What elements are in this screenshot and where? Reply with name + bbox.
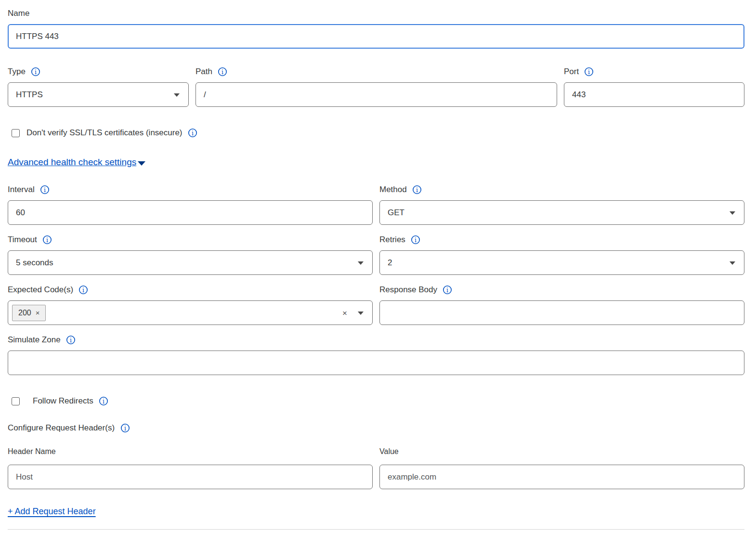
field-timeout: Timeout i 5 seconds <box>8 235 373 275</box>
simulate-zone-label: Simulate Zone <box>8 335 61 345</box>
retries-select[interactable]: 2 <box>379 250 744 275</box>
insecure-checkbox-row: Don't verify SSL/TLS certificates (insec… <box>8 128 744 138</box>
chevron-down-icon <box>730 261 735 265</box>
svg-text:i: i <box>416 186 418 194</box>
follow-redirects-checkbox[interactable] <box>12 397 20 405</box>
clear-all-icon[interactable]: × <box>342 309 347 317</box>
advanced-settings-link[interactable]: Advanced health check settings <box>8 157 145 168</box>
info-icon[interactable]: i <box>120 423 130 433</box>
retries-select-value: 2 <box>388 258 392 268</box>
expected-codes-multiselect[interactable]: 200 × × <box>8 300 373 325</box>
name-label: Name <box>8 9 29 18</box>
simulate-zone-input[interactable] <box>8 351 744 375</box>
follow-redirects-row: Follow Redirects i <box>8 396 744 406</box>
field-header-name: Header Name <box>8 447 373 489</box>
request-headers-section-title: Configure Request Header(s) i <box>8 423 744 433</box>
svg-text:i: i <box>222 68 223 76</box>
svg-text:i: i <box>103 398 104 405</box>
chevron-down-icon <box>138 161 145 166</box>
insecure-checkbox-label: Don't verify SSL/TLS certificates (insec… <box>26 128 182 138</box>
type-path-port-row: Type i HTTPS Path i Port i <box>8 67 744 107</box>
field-header-value: Value <box>379 447 744 489</box>
interval-input[interactable] <box>8 200 373 225</box>
svg-text:i: i <box>192 130 194 137</box>
interval-method-row: Interval i Method i GET <box>8 185 744 225</box>
response-body-label: Response Body <box>379 285 437 295</box>
svg-text:i: i <box>46 236 48 244</box>
header-value-column-label: Value <box>379 447 744 456</box>
svg-text:i: i <box>82 286 84 294</box>
port-input[interactable] <box>564 82 744 107</box>
section-divider <box>8 529 744 530</box>
method-label: Method <box>379 185 407 195</box>
header-value-input[interactable] <box>379 465 744 489</box>
codes-body-row: Expected Code(s) i 200 × × Response Body… <box>8 285 744 325</box>
field-retries: Retries i 2 <box>379 235 744 275</box>
insecure-checkbox[interactable] <box>12 129 20 137</box>
advanced-settings-link-label: Advanced health check settings <box>8 157 136 168</box>
info-icon[interactable]: i <box>411 235 420 245</box>
info-icon[interactable]: i <box>66 335 76 345</box>
info-icon[interactable]: i <box>218 67 227 77</box>
expected-code-tag-label: 200 <box>18 309 31 317</box>
field-path: Path i <box>196 67 557 107</box>
timeout-retries-row: Timeout i 5 seconds Retries i 2 <box>8 235 744 275</box>
path-input[interactable] <box>196 82 557 107</box>
svg-text:i: i <box>446 286 448 294</box>
chevron-down-icon <box>174 93 180 97</box>
retries-label: Retries <box>379 235 405 245</box>
svg-text:i: i <box>70 337 72 344</box>
field-name: Name <box>8 9 744 49</box>
info-icon[interactable]: i <box>188 128 197 138</box>
method-select[interactable]: GET <box>379 200 744 225</box>
add-request-header-link[interactable]: + Add Request Header <box>8 507 96 517</box>
remove-tag-icon[interactable]: × <box>36 309 40 316</box>
request-headers-title: Configure Request Header(s) <box>8 423 115 433</box>
svg-text:i: i <box>44 186 46 194</box>
interval-label: Interval <box>8 185 35 195</box>
response-body-input[interactable] <box>379 300 744 325</box>
timeout-select-value: 5 seconds <box>16 258 53 268</box>
path-label: Path <box>196 67 212 77</box>
name-input[interactable] <box>8 24 744 49</box>
method-select-value: GET <box>388 208 404 218</box>
info-icon[interactable]: i <box>78 285 88 295</box>
chevron-down-icon[interactable] <box>358 312 364 315</box>
svg-text:i: i <box>35 68 37 76</box>
type-label: Type <box>8 67 26 77</box>
info-icon[interactable]: i <box>40 185 50 195</box>
field-response-body: Response Body i <box>379 285 744 325</box>
expected-code-tag: 200 × <box>12 305 46 321</box>
svg-text:i: i <box>124 425 126 432</box>
field-interval: Interval i <box>8 185 373 225</box>
info-icon[interactable]: i <box>31 67 40 77</box>
chevron-down-icon <box>730 211 735 215</box>
field-port: Port i <box>564 67 744 107</box>
request-header-row: Header Name Value <box>8 447 744 489</box>
follow-redirects-label: Follow Redirects <box>33 396 93 406</box>
info-icon[interactable]: i <box>412 185 422 195</box>
field-simulate-zone: Simulate Zone i <box>8 335 744 375</box>
info-icon[interactable]: i <box>99 396 108 406</box>
info-icon[interactable]: i <box>584 67 594 77</box>
field-method: Method i GET <box>379 185 744 225</box>
field-expected-codes: Expected Code(s) i 200 × × <box>8 285 373 325</box>
port-label: Port <box>564 67 579 77</box>
svg-text:i: i <box>415 236 417 244</box>
header-name-input[interactable] <box>8 465 373 489</box>
field-type: Type i HTTPS <box>8 67 189 107</box>
svg-text:i: i <box>588 68 590 76</box>
expected-codes-label: Expected Code(s) <box>8 285 73 295</box>
timeout-label: Timeout <box>8 235 37 245</box>
header-name-column-label: Header Name <box>8 447 373 456</box>
type-select[interactable]: HTTPS <box>8 82 189 107</box>
info-icon[interactable]: i <box>42 235 52 245</box>
type-select-value: HTTPS <box>16 90 43 100</box>
timeout-select[interactable]: 5 seconds <box>8 250 373 275</box>
info-icon[interactable]: i <box>443 285 452 295</box>
chevron-down-icon <box>358 261 364 265</box>
